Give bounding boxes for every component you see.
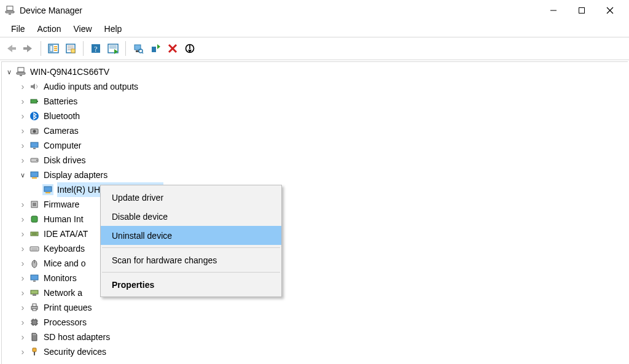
sd-card-icon: [29, 331, 40, 343]
tree-category-disk-drives[interactable]: Disk drives: [4, 153, 628, 168]
action-list-button[interactable]: [106, 41, 120, 56]
maximize-button[interactable]: [568, 1, 596, 20]
chevron-right-icon[interactable]: [18, 315, 28, 330]
tree-category-firmware[interactable]: Firmware: [4, 197, 628, 212]
disable-button[interactable]: [182, 41, 197, 56]
chevron-right-icon[interactable]: [18, 197, 28, 212]
svg-rect-45: [31, 172, 38, 177]
chevron-right-icon[interactable]: [18, 271, 28, 286]
svg-rect-0: [7, 6, 13, 10]
svg-rect-37: [37, 101, 38, 102]
chevron-right-icon[interactable]: [18, 94, 28, 109]
properties-button[interactable]: [63, 41, 78, 56]
show-hide-console-button[interactable]: [46, 41, 61, 56]
tree-category-security[interactable]: Security devices: [4, 344, 628, 359]
svg-rect-61: [33, 281, 36, 282]
svg-rect-36: [31, 99, 37, 103]
chevron-right-icon[interactable]: [18, 241, 28, 257]
bluetooth-icon: [29, 110, 40, 122]
svg-rect-10: [50, 45, 53, 52]
tree-label: Human Int: [44, 212, 87, 227]
ctx-uninstall-device[interactable]: Uninstall device: [101, 226, 281, 245]
chevron-right-icon[interactable]: [18, 330, 28, 345]
chevron-right-icon[interactable]: [18, 285, 28, 301]
toolbar-separator: [41, 41, 41, 56]
device-tree[interactable]: WIN-Q9N41CS66TV Audio inputs and outputs…: [2, 62, 628, 359]
chevron-right-icon[interactable]: [18, 123, 28, 139]
tree-category-hid[interactable]: Human Int: [4, 212, 628, 227]
chevron-right-icon[interactable]: [18, 79, 28, 95]
menu-bar: File Action View Help: [0, 21, 629, 37]
tree-category-bluetooth[interactable]: Bluetooth: [4, 109, 628, 123]
ctx-scan-hardware[interactable]: Scan for hardware changes: [101, 250, 281, 269]
svg-rect-63: [33, 294, 36, 296]
ctx-disable-device[interactable]: Disable device: [101, 207, 281, 226]
back-button[interactable]: [4, 41, 18, 56]
menu-help[interactable]: Help: [98, 23, 128, 35]
tree-category-cameras[interactable]: Cameras: [4, 123, 628, 138]
mouse-icon: [29, 258, 40, 269]
minimize-button[interactable]: [539, 1, 568, 20]
menu-file[interactable]: File: [5, 23, 31, 35]
tree-category-sd-host[interactable]: SD host adapters: [4, 330, 628, 344]
svg-rect-60: [31, 275, 38, 280]
svg-rect-18: [71, 49, 75, 53]
svg-rect-42: [33, 148, 36, 149]
context-menu: Update driver Disable device Uninstall d…: [100, 185, 282, 297]
tree-category-computer[interactable]: Computer: [4, 138, 628, 153]
svg-rect-2: [9, 14, 11, 15]
toolbar-separator: [125, 41, 126, 56]
close-button[interactable]: [596, 1, 624, 20]
chevron-down-icon[interactable]: [18, 168, 28, 182]
app-icon: [5, 6, 15, 15]
help-button[interactable]: ?: [88, 41, 103, 56]
tree-category-processors[interactable]: Processors: [4, 315, 628, 330]
forward-button[interactable]: [21, 41, 36, 56]
chevron-right-icon[interactable]: [18, 109, 28, 124]
tree-label: SD host adapters: [44, 330, 114, 344]
disk-icon: [29, 155, 40, 166]
title-bar: Device Manager: [0, 0, 629, 21]
security-icon: [29, 346, 40, 357]
uninstall-button[interactable]: [165, 41, 180, 56]
tree-device-intel-uhd-600[interactable]: Intel(R) UHD Graphics 600: [4, 182, 628, 197]
ctx-update-driver[interactable]: Update driver: [101, 188, 281, 207]
tree-category-mice[interactable]: Mice and o: [4, 256, 628, 271]
scan-hardware-button[interactable]: [131, 41, 146, 56]
tree-category-print-queues[interactable]: Print queues: [4, 300, 628, 315]
chevron-right-icon[interactable]: [18, 153, 28, 168]
tree-category-keyboards[interactable]: Keyboards: [4, 241, 628, 256]
svg-rect-48: [45, 192, 50, 193]
menu-view[interactable]: View: [67, 23, 98, 35]
chevron-right-icon[interactable]: [18, 256, 28, 271]
tree-label: Print queues: [44, 300, 96, 315]
update-driver-button[interactable]: [148, 41, 163, 56]
tree-category-network[interactable]: Network a: [4, 285, 628, 300]
tree-label: Mice and o: [44, 256, 89, 271]
svg-rect-66: [33, 309, 36, 311]
chevron-down-icon[interactable]: [4, 64, 14, 79]
computer-icon: [15, 66, 26, 77]
tree-category-display-adapters[interactable]: Display adapters: [4, 168, 628, 182]
chevron-right-icon[interactable]: [18, 227, 28, 242]
chevron-right-icon[interactable]: [18, 138, 28, 153]
chevron-right-icon[interactable]: [18, 344, 28, 360]
svg-rect-35: [20, 75, 22, 76]
tree-label: WIN-Q9N41CS66TV: [30, 64, 113, 79]
menu-action[interactable]: Action: [31, 23, 68, 35]
display-adapter-icon: [29, 169, 40, 180]
tree-root[interactable]: WIN-Q9N41CS66TV: [4, 64, 628, 79]
tree-label: Network a: [44, 285, 86, 300]
tree-label: Audio inputs and outputs: [44, 79, 142, 94]
tree-category-audio[interactable]: Audio inputs and outputs: [4, 79, 628, 94]
svg-rect-41: [31, 142, 38, 147]
svg-rect-8: [23, 47, 28, 50]
svg-rect-46: [32, 177, 37, 179]
chevron-right-icon[interactable]: [18, 300, 28, 316]
tree-category-monitors[interactable]: Monitors: [4, 271, 628, 285]
chevron-right-icon[interactable]: [18, 212, 28, 227]
tree-category-ide[interactable]: IDE ATA/AT: [4, 227, 628, 241]
ctx-properties[interactable]: Properties: [101, 275, 281, 294]
speaker-icon: [29, 81, 40, 92]
tree-category-batteries[interactable]: Batteries: [4, 94, 628, 109]
